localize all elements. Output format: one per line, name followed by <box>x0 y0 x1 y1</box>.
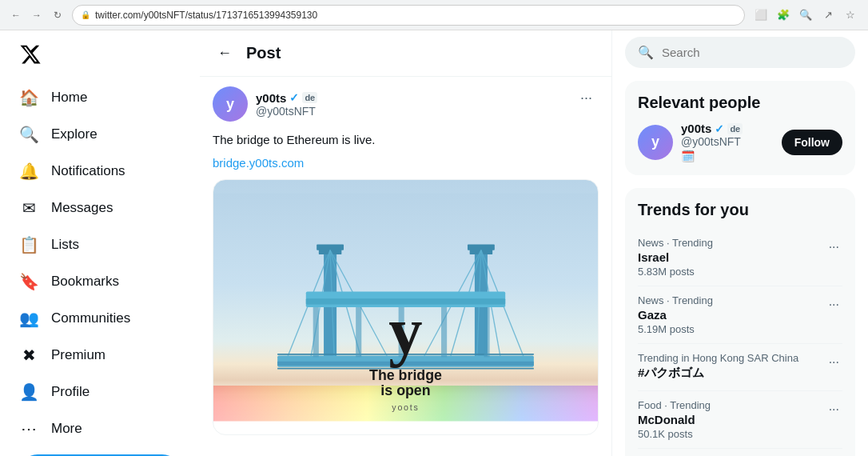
post-page-title: Post <box>246 44 281 62</box>
sidebar-item-premium[interactable]: ✖ Premium <box>10 338 190 373</box>
search-input[interactable] <box>662 46 842 59</box>
trend-info-gaza: News · Trending Gaza 5.19M posts <box>638 294 826 335</box>
trend-posts-mcdonald: 50.1K posts <box>638 428 826 440</box>
svg-rect-27 <box>441 307 447 357</box>
premium-icon: ✖ <box>19 346 38 365</box>
trend-category-israel: News · Trending <box>638 237 826 249</box>
trend-posts-gaza: 5.19M posts <box>638 323 826 335</box>
svg-text:yoots: yoots <box>392 402 419 412</box>
trend-item-pakubogomu[interactable]: Trending in Hong Kong SAR China #パクボゴム ·… <box>638 344 842 391</box>
bookmarks-icon: 🔖 <box>19 272 38 291</box>
search-bar[interactable]: 🔍 <box>625 37 855 68</box>
home-icon: 🏠 <box>19 88 38 107</box>
sidebar-label-home: Home <box>51 90 87 106</box>
trend-item-israel[interactable]: News · Trending Israel 5.83M posts ··· <box>638 229 842 286</box>
author-details: y00ts ✓ de @y00tsNFT <box>256 91 317 118</box>
more-icon: ⋯ <box>19 419 38 438</box>
trend-item-mcdonald[interactable]: Food · Trending McDonald 50.1K posts ··· <box>638 391 842 449</box>
trend-more-icon-israel[interactable]: ··· <box>826 237 842 258</box>
sidebar: 🏠 Home 🔍 Explore 🔔 Notifications ✉ Messa… <box>0 30 200 456</box>
relevant-person-handle: @y00tsNFT <box>681 135 774 148</box>
forward-nav-button[interactable]: → <box>29 7 45 23</box>
tweet-author-info: y y00ts ✓ de @y00tsNFT <box>213 86 317 122</box>
lock-icon: 🔒 <box>81 10 90 19</box>
tweet-author-avatar[interactable]: y <box>213 86 248 122</box>
bookmark-button[interactable]: ☆ <box>841 6 860 25</box>
cast-button[interactable]: ⬜ <box>751 6 770 25</box>
trend-more-icon-pakubogomu[interactable]: ··· <box>826 352 842 373</box>
tweet-more-button[interactable]: ··· <box>574 86 599 110</box>
sidebar-label-notifications: Notifications <box>51 163 125 179</box>
trend-category-gaza: News · Trending <box>638 294 826 306</box>
app-container: 🏠 Home 🔍 Explore 🔔 Notifications ✉ Messa… <box>0 30 868 456</box>
trend-posts-israel: 5.83M posts <box>638 266 826 278</box>
trends-section: Trends for you News · Trending Israel 5.… <box>625 188 855 456</box>
trends-title: Trends for you <box>638 201 842 219</box>
sidebar-item-home[interactable]: 🏠 Home <box>10 80 190 115</box>
trend-category-mcdonald: Food · Trending <box>638 399 826 411</box>
relevant-de-badge: de <box>727 123 743 134</box>
post-header: ← Post <box>200 30 611 77</box>
search-icon: 🔍 <box>638 45 654 60</box>
tweet-link[interactable]: bridge.y00ts.com <box>213 156 599 170</box>
svg-text:The bridge: The bridge <box>369 366 442 382</box>
svg-rect-24 <box>313 307 319 357</box>
sidebar-item-messages[interactable]: ✉ Messages <box>10 190 190 226</box>
trend-category-pakubogomu: Trending in Hong Kong SAR China <box>638 352 826 364</box>
lists-icon: 📋 <box>19 235 38 254</box>
sidebar-label-bookmarks: Bookmarks <box>51 274 119 290</box>
relevant-person-emoji: 🗓️ <box>681 150 774 162</box>
relevant-person-avatar[interactable]: y <box>638 125 673 160</box>
author-handle: @y00tsNFT <box>256 105 317 118</box>
notifications-icon: 🔔 <box>19 162 38 181</box>
trend-name-mcdonald: McDonald <box>638 413 826 426</box>
trend-info-israel: News · Trending Israel 5.83M posts <box>638 237 826 278</box>
reload-nav-button[interactable]: ↻ <box>50 7 66 23</box>
sidebar-label-lists: Lists <box>51 237 79 253</box>
share-button[interactable]: ↗ <box>818 6 838 25</box>
tweet-image: y The bridge is open yoots <box>213 179 599 435</box>
extensions-button[interactable]: 🧩 <box>774 6 793 25</box>
de-badge: de <box>302 92 317 103</box>
back-nav-button[interactable]: ← <box>8 7 24 23</box>
trend-name-pakubogomu: #パクボゴム <box>638 366 826 381</box>
back-button[interactable]: ← <box>213 40 237 66</box>
sidebar-item-profile[interactable]: 👤 Profile <box>10 374 190 410</box>
relevant-person-info: y00ts ✓ de @y00tsNFT 🗓️ <box>681 122 774 162</box>
main-content: ← Post y y00ts ✓ de @y00tsNFT ··· <box>200 30 612 456</box>
explore-icon: 🔍 <box>19 125 38 144</box>
address-bar[interactable]: 🔒 twitter.com/y00tsNFT/status/1713716513… <box>72 5 745 26</box>
relevant-people-title: Relevant people <box>638 94 842 112</box>
sidebar-item-communities[interactable]: 👥 Communities <box>10 301 190 336</box>
trend-more-icon-gaza[interactable]: ··· <box>826 294 842 315</box>
sidebar-item-bookmarks[interactable]: 🔖 Bookmarks <box>10 264 190 299</box>
communities-icon: 👥 <box>19 309 38 328</box>
verified-badge-icon: ✓ <box>289 91 299 104</box>
svg-rect-25 <box>356 307 361 357</box>
browser-nav: ← → ↻ <box>8 7 66 23</box>
right-sidebar: 🔍 Relevant people y y00ts ✓ de @y00tsNFT… <box>612 30 868 456</box>
sidebar-label-communities: Communities <box>51 310 130 326</box>
author-name: y00ts ✓ de <box>256 91 317 105</box>
sidebar-label-premium: Premium <box>51 347 106 363</box>
svg-text:y: y <box>388 293 422 367</box>
sidebar-item-lists[interactable]: 📋 Lists <box>10 227 190 262</box>
trend-more-icon-mcdonald[interactable]: ··· <box>826 399 842 420</box>
sidebar-label-more: More <box>51 421 82 437</box>
browser-actions: ⬜ 🧩 🔍 ↗ ☆ <box>751 6 860 25</box>
relevant-person: y y00ts ✓ de @y00tsNFT 🗓️ Follow <box>638 122 842 162</box>
sidebar-item-more[interactable]: ⋯ More <box>10 411 190 446</box>
trend-item-guangzhou[interactable]: Trending in Hong Kong SAR China Guangzho… <box>638 449 842 456</box>
follow-button[interactable]: Follow <box>782 130 842 155</box>
messages-icon: ✉ <box>19 198 38 218</box>
zoom-button[interactable]: 🔍 <box>796 6 815 25</box>
tweet-container: y y00ts ✓ de @y00tsNFT ··· The bridge to… <box>200 77 611 445</box>
relevant-verified-icon: ✓ <box>715 122 724 135</box>
url-text: twitter.com/y00tsNFT/status/171371651399… <box>95 10 317 21</box>
sidebar-item-notifications[interactable]: 🔔 Notifications <box>10 154 190 189</box>
svg-text:is open: is open <box>380 382 430 398</box>
sidebar-label-profile: Profile <box>51 384 90 400</box>
trend-item-gaza[interactable]: News · Trending Gaza 5.19M posts ··· <box>638 286 842 344</box>
x-logo[interactable] <box>10 37 190 75</box>
sidebar-item-explore[interactable]: 🔍 Explore <box>10 117 190 152</box>
